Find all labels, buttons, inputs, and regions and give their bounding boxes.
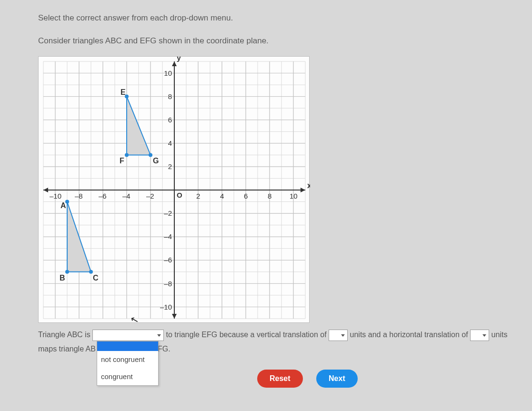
svg-text:–2: –2 <box>146 192 154 200</box>
svg-text:4: 4 <box>220 192 224 200</box>
instruction-text: Select the correct answer from each drop… <box>38 13 532 23</box>
svg-text:–10: –10 <box>50 192 61 200</box>
svg-text:–8: –8 <box>75 192 83 200</box>
fill-text-2: to triangle EFG because a vertical trans… <box>166 331 329 339</box>
svg-text:8: 8 <box>268 192 271 200</box>
fill-text-3: units and a horizontal translation of <box>350 331 471 339</box>
svg-text:6: 6 <box>244 192 248 200</box>
svg-marker-66 <box>301 188 305 192</box>
coordinate-plane-chart: y x –10 –8 –6 –4 –2 O 2 4 6 8 10 10 8 6 <box>38 56 310 323</box>
svg-text:G: G <box>153 157 159 165</box>
svg-text:2: 2 <box>196 192 200 200</box>
svg-text:–6: –6 <box>99 192 107 200</box>
dropdown-option-not-congruent[interactable]: not congruent <box>97 351 158 368</box>
dropdown-option-selected-blank[interactable] <box>97 341 158 351</box>
svg-text:A: A <box>60 201 66 210</box>
svg-marker-68 <box>172 61 177 66</box>
svg-text:8: 8 <box>168 92 172 100</box>
fill-text-5: maps triangle AB <box>38 345 96 353</box>
congruence-select[interactable] <box>92 330 164 341</box>
svg-text:–10: –10 <box>160 303 172 311</box>
fill-text-1: Triangle ABC is <box>38 331 92 339</box>
svg-point-101 <box>89 270 93 274</box>
svg-text:10: 10 <box>290 192 298 200</box>
svg-point-100 <box>65 270 69 274</box>
congruence-dropdown-list[interactable]: not congruent congruent <box>97 341 159 386</box>
question-container: Select the correct answer from each drop… <box>0 0 532 388</box>
horizontal-units-select[interactable] <box>470 330 489 341</box>
svg-text:E: E <box>120 88 126 96</box>
svg-text:F: F <box>120 157 124 165</box>
dropdown-option-congruent[interactable]: congruent <box>97 368 158 385</box>
fill-text-6: FG. <box>158 345 171 353</box>
svg-text:10: 10 <box>164 69 172 77</box>
svg-text:6: 6 <box>168 116 172 124</box>
svg-marker-67 <box>43 188 48 192</box>
svg-text:C: C <box>93 274 99 282</box>
svg-text:O: O <box>177 191 182 199</box>
chart-svg: y x –10 –8 –6 –4 –2 O 2 4 6 8 10 10 8 6 <box>39 57 310 323</box>
reset-button[interactable]: Reset <box>257 370 303 388</box>
y-axis-label: y <box>177 57 181 62</box>
svg-text:4: 4 <box>168 139 172 147</box>
svg-text:–6: –6 <box>164 256 172 264</box>
svg-text:–4: –4 <box>164 232 172 241</box>
fill-text-4: units <box>492 331 508 339</box>
svg-text:–4: –4 <box>122 192 130 200</box>
x-axis-label: x <box>307 181 310 190</box>
next-button[interactable]: Next <box>316 370 358 388</box>
svg-text:–2: –2 <box>164 209 172 217</box>
svg-point-94 <box>149 153 152 157</box>
answer-sentence: Triangle ABC is to triangle EFG because … <box>38 328 514 356</box>
svg-text:–8: –8 <box>164 280 172 288</box>
svg-text:B: B <box>60 274 65 282</box>
vertical-units-select[interactable] <box>329 330 348 341</box>
prompt-text: Consider triangles ABC and EFG shown in … <box>38 36 532 46</box>
svg-point-93 <box>125 153 129 157</box>
svg-marker-69 <box>172 314 177 319</box>
svg-text:2: 2 <box>168 162 172 170</box>
